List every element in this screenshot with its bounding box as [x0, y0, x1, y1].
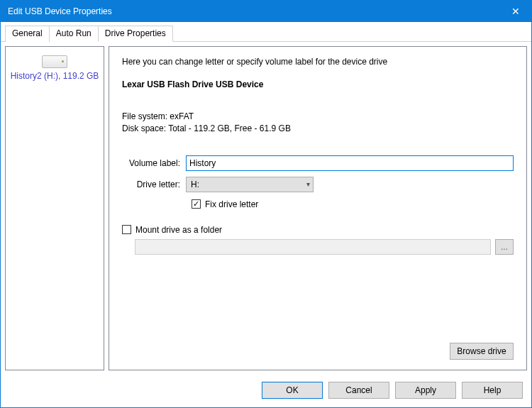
fix-drive-letter-checkbox[interactable]: ✓	[192, 199, 201, 209]
tab-strip: General Auto Run Drive Properties	[1, 22, 531, 42]
browse-drive-label: Browse drive	[457, 346, 506, 356]
fix-drive-letter-row: ✓ Fix drive letter	[192, 199, 514, 209]
tab-general[interactable]: General	[5, 26, 50, 42]
filesystem-info: File system: exFAT Disk space: Total - 1…	[122, 111, 514, 136]
intro-text: Here you can change letter or specify vo…	[122, 57, 514, 67]
drive-letter-select[interactable]: H: ▾	[186, 177, 314, 192]
window: Edit USB Device Properties ✕ General Aut…	[0, 0, 532, 408]
mount-as-folder-checkbox[interactable]	[122, 225, 131, 234]
drive-icon	[42, 55, 67, 68]
ellipsis-icon: ...	[501, 242, 508, 252]
file-system-line: File system: exFAT	[122, 111, 514, 123]
volume-label-label: Volume label:	[122, 158, 186, 168]
volume-label-input[interactable]	[186, 155, 514, 171]
volume-label-row: Volume label:	[122, 155, 514, 171]
mount-as-folder-label: Mount drive as a folder	[135, 225, 222, 235]
apply-button[interactable]: Apply	[395, 382, 456, 399]
mount-path-browse-button[interactable]: ...	[495, 239, 514, 255]
content-area: History2 (H:), 119.2 GB Here you can cha…	[1, 42, 531, 375]
apply-button-label: Apply	[415, 385, 436, 395]
device-name: Lexar USB Flash Drive USB Device	[122, 79, 514, 89]
window-title: Edit USB Device Properties	[8, 6, 499, 16]
mount-as-folder-row: Mount drive as a folder	[122, 225, 514, 235]
drive-list-item-label: History2 (H:), 119.2 GB	[11, 71, 99, 81]
browse-drive-button[interactable]: Browse drive	[450, 343, 514, 360]
titlebar: Edit USB Device Properties ✕	[1, 1, 531, 22]
dialog-button-row: OK Cancel Apply Help	[1, 375, 531, 407]
mount-path-row: ...	[135, 239, 514, 255]
mount-path-input	[135, 239, 491, 255]
drive-properties-panel: Here you can change letter or specify vo…	[109, 46, 527, 370]
disk-space-line: Disk space: Total - 119.2 GB, Free - 61.…	[122, 123, 514, 135]
ok-button[interactable]: OK	[262, 382, 323, 399]
ok-button-label: OK	[286, 385, 298, 395]
chevron-down-icon: ▾	[306, 180, 310, 188]
cancel-button-label: Cancel	[345, 385, 372, 395]
close-button[interactable]: ✕	[499, 1, 531, 22]
drive-letter-label: Drive letter:	[122, 180, 186, 189]
help-button[interactable]: Help	[462, 382, 523, 399]
fix-drive-letter-label: Fix drive letter	[205, 199, 258, 209]
drive-list-item[interactable]: History2 (H:), 119.2 GB	[9, 50, 101, 85]
drive-list: History2 (H:), 119.2 GB	[5, 46, 104, 370]
drive-letter-value: H:	[191, 180, 199, 189]
drive-letter-row: Drive letter: H: ▾	[122, 177, 514, 192]
tab-drive-properties[interactable]: Drive Properties	[98, 26, 173, 42]
cancel-button[interactable]: Cancel	[328, 382, 389, 399]
tab-auto-run[interactable]: Auto Run	[49, 26, 99, 42]
close-icon: ✕	[511, 6, 520, 17]
help-button-label: Help	[484, 385, 501, 395]
